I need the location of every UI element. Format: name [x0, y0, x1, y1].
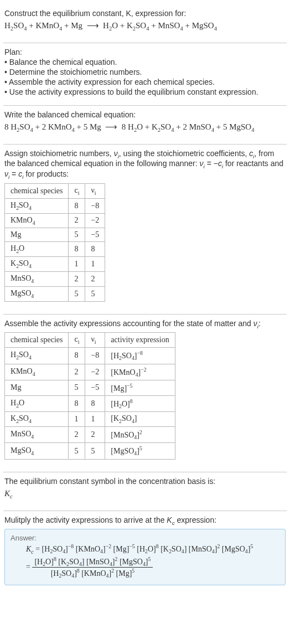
table-cell: K2SO4	[5, 257, 69, 272]
activity-tbody: H2SO48−8[H2SO4]−8KMnO42−2[KMnO4]−2Mg5−5[…	[5, 348, 175, 460]
table-cell: MnSO4	[5, 271, 69, 286]
table-cell: K2SO4	[5, 412, 69, 427]
col-species: chemical species	[5, 183, 69, 198]
table-cell: Mg	[5, 380, 69, 396]
table-cell: [H2O]8	[105, 395, 175, 411]
table-cell: H2SO4	[5, 348, 69, 364]
table-cell: H2O	[5, 242, 69, 257]
activity-intro: Assemble the activity expressions accoun…	[4, 319, 286, 329]
kc-basis-text: The equilibrium constant symbol in the c…	[4, 477, 286, 486]
table-cell: MnSO4	[5, 426, 69, 442]
table-cell: 2	[69, 213, 85, 228]
table-row: H2O88[H2O]8	[5, 395, 175, 411]
fraction: [H2O]8 [K2SO4] [MnSO4]2 [MgSO4]5 [H2SO4]…	[32, 556, 153, 579]
table-cell: −5	[85, 228, 105, 242]
multiply-section: Mulitply the activity expressions to arr…	[3, 511, 287, 591]
table-cell: 1	[85, 257, 105, 272]
table-row: MgSO455[MgSO4]5	[5, 443, 175, 459]
plan-item: • Assemble the activity expression for e…	[4, 78, 286, 86]
table-cell: −8	[85, 198, 105, 213]
table-cell: 1	[69, 257, 85, 272]
col-nui: νi	[85, 183, 105, 198]
table-cell: 2	[69, 426, 85, 442]
answer-content: Kc = [H2SO4]−8 [KMnO4]−2 [Mg]−5 [H2O]8 […	[11, 543, 279, 579]
table-row: K2SO411	[5, 257, 105, 272]
table-cell: 8	[85, 395, 105, 411]
table-cell: 2	[69, 364, 85, 380]
fraction-denominator: [H2SO4]8 [KMnO4]2 [Mg]5	[32, 568, 153, 579]
col-ci: ci	[69, 183, 85, 198]
balanced-heading: Write the balanced chemical equation:	[4, 110, 286, 119]
balanced-equation: 8 H2SO4 + 2 KMnO4 + 5 Mg ⟶ 8 H2O + K2SO4…	[4, 120, 286, 135]
table-cell: −2	[85, 364, 105, 380]
equals-text: =	[26, 563, 32, 571]
intro-equation: H2SO4 + KMnO4 + Mg ⟶ H2O + K2SO4 + MnSO4…	[4, 19, 286, 34]
table-cell: −8	[85, 348, 105, 364]
table-row: KMnO42−2[KMnO4]−2	[5, 364, 175, 380]
activity-table: chemical species ci νi activity expressi…	[4, 332, 175, 460]
table-row: Mg5−5[Mg]−5	[5, 380, 175, 396]
table-cell: [K2SO4]	[105, 412, 175, 427]
col-activity: activity expression	[105, 333, 175, 348]
kc-symbol: Kc	[4, 487, 286, 502]
plan-heading: Plan:	[4, 48, 286, 56]
table-row: KMnO42−2	[5, 213, 105, 228]
stoich-tbody: H2SO48−8KMnO42−2Mg5−5H2O88K2SO411MnSO422…	[5, 198, 105, 301]
table-cell: [KMnO4]−2	[105, 364, 175, 380]
plan-section: Plan: • Balance the chemical equation. •…	[3, 43, 287, 103]
table-cell: 8	[69, 242, 85, 257]
answer-label: Answer:	[11, 534, 279, 542]
table-cell: KMnO4	[5, 364, 69, 380]
stoich-intro: Assign stoichiometric numbers, νi, using…	[4, 149, 286, 180]
table-cell: [H2SO4]−8	[105, 348, 175, 364]
table-cell: 1	[85, 412, 105, 427]
table-row: H2SO48−8[H2SO4]−8	[5, 348, 175, 364]
table-row: MgSO455	[5, 286, 105, 301]
table-cell: 8	[69, 198, 85, 213]
document: Construct the equilibrium constant, K, e…	[0, 0, 290, 600]
table-cell: 8	[69, 348, 85, 364]
table-cell: 5	[69, 443, 85, 459]
kc-basis-section: The equilibrium constant symbol in the c…	[3, 472, 287, 508]
answer-line1: Kc = [H2SO4]−8 [KMnO4]−2 [Mg]−5 [H2O]8 […	[26, 543, 279, 554]
plan-item: • Balance the chemical equation.	[4, 58, 286, 66]
table-cell: MgSO4	[5, 443, 69, 459]
fraction-numerator: [H2O]8 [K2SO4] [MnSO4]2 [MgSO4]5	[32, 556, 153, 568]
multiply-text: Mulitply the activity expressions to arr…	[4, 516, 286, 526]
table-cell: 8	[69, 395, 85, 411]
col-nui: νi	[85, 333, 105, 348]
table-header-row: chemical species ci νi activity expressi…	[5, 333, 175, 348]
balanced-section: Write the balanced chemical equation: 8 …	[3, 106, 287, 142]
table-cell: H2SO4	[5, 198, 69, 213]
table-row: MnSO422[MnSO4]2	[5, 426, 175, 442]
table-cell: H2O	[5, 395, 69, 411]
table-cell: −2	[85, 213, 105, 228]
table-cell: 2	[85, 426, 105, 442]
table-cell: Mg	[5, 228, 69, 242]
col-ci: ci	[69, 333, 85, 348]
table-row: H2SO48−8	[5, 198, 105, 213]
plan-item: • Use the activity expressions to build …	[4, 87, 286, 96]
table-row: MnSO422	[5, 271, 105, 286]
table-cell: KMnO4	[5, 213, 69, 228]
table-cell: 5	[85, 286, 105, 301]
intro-line: Construct the equilibrium constant, K, e…	[4, 9, 286, 18]
table-cell: 2	[85, 271, 105, 286]
table-cell: −5	[85, 380, 105, 396]
stoich-section: Assign stoichiometric numbers, νi, using…	[3, 145, 287, 312]
table-cell: 5	[69, 380, 85, 396]
table-cell: [MnSO4]2	[105, 426, 175, 442]
table-cell: 2	[69, 271, 85, 286]
table-cell: 5	[69, 228, 85, 242]
table-cell: 1	[69, 412, 85, 427]
intro-section: Construct the equilibrium constant, K, e…	[3, 4, 287, 40]
activity-section: Assemble the activity expressions accoun…	[3, 315, 287, 470]
table-cell: [MgSO4]5	[105, 443, 175, 459]
table-cell: [Mg]−5	[105, 380, 175, 396]
table-cell: 8	[85, 242, 105, 257]
col-species: chemical species	[5, 333, 69, 348]
table-row: K2SO411[K2SO4]	[5, 412, 175, 427]
table-header-row: chemical species ci νi	[5, 183, 105, 198]
table-row: H2O88	[5, 242, 105, 257]
table-cell: MgSO4	[5, 286, 69, 301]
